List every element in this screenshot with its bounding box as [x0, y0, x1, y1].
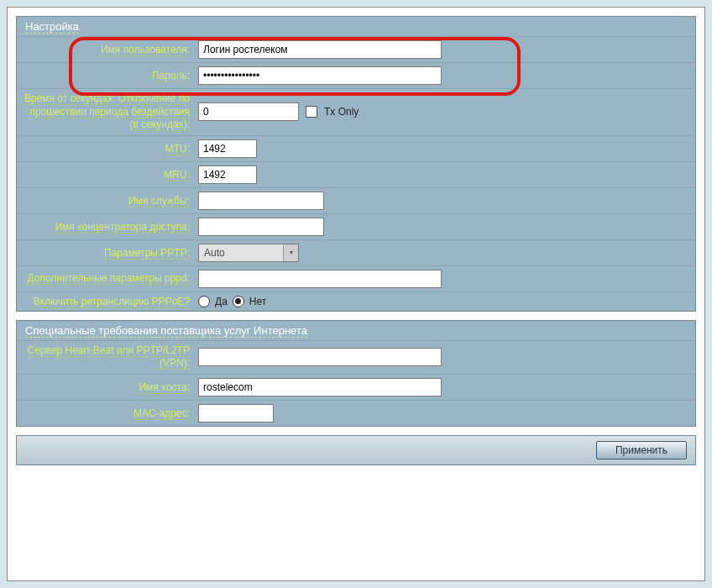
mac-input[interactable] — [198, 404, 274, 423]
relay-no-label: Нет — [249, 296, 266, 307]
txonly-checkbox[interactable] — [306, 106, 317, 118]
service-label: Имя службы: — [22, 195, 198, 207]
password-input[interactable] — [198, 66, 442, 85]
apply-button[interactable]: Применить — [596, 441, 687, 459]
username-input[interactable] — [198, 40, 442, 59]
row-pptp: Параметры PPTP: Auto ▾ — [17, 239, 695, 265]
row-mtu: MTU: — [17, 135, 695, 161]
row-mac: MAC-адрес: — [17, 400, 695, 426]
heartbeat-input[interactable] — [198, 348, 442, 366]
mru-label: MRU: — [22, 169, 198, 181]
relay-yes-label: Да — [215, 296, 228, 307]
relay-yes-radio[interactable] — [198, 296, 210, 307]
row-pppd: Дополнительные параметры pppd: — [17, 265, 695, 291]
idle-label: Время от секундах: Отключение по прошест… — [22, 92, 198, 132]
row-heartbeat: Сервер Heart-Beat или PPTP/L2TP (VPN): — [17, 340, 695, 374]
row-password: Пароль: — [17, 62, 695, 88]
service-input[interactable] — [198, 192, 324, 210]
heartbeat-label: Сервер Heart-Beat или PPTP/L2TP (VPN): — [22, 344, 198, 370]
row-hostname: Имя хоста: — [17, 374, 695, 400]
mtu-label: MTU: — [22, 143, 198, 155]
pptp-select[interactable]: Auto ▾ — [198, 244, 299, 262]
footer-bar: Применить — [16, 435, 696, 465]
account-settings-section: Настройка Имя пользователя: Пароль: Врем… — [16, 16, 696, 312]
relay-no-radio[interactable] — [233, 296, 244, 307]
password-label: Пароль: — [22, 70, 198, 81]
section-legend: Настройка — [17, 17, 695, 36]
idle-input[interactable] — [198, 102, 299, 121]
row-mru: MRU: — [17, 161, 695, 187]
mtu-input[interactable] — [198, 139, 257, 158]
pppd-input[interactable] — [198, 270, 442, 288]
pptp-label: Параметры PPTP: — [22, 247, 198, 259]
section2-legend: Специальные требования поставщика услуг … — [17, 321, 695, 340]
chevron-down-icon: ▾ — [283, 244, 298, 261]
mac-label: MAC-адрес: — [22, 407, 198, 419]
row-idle: Время от секундах: Отключение по прошест… — [17, 88, 695, 135]
ac-label: Имя концентратора доступа: — [22, 221, 198, 233]
row-username: Имя пользователя: — [17, 36, 695, 62]
isp-requirements-section: Специальные требования поставщика услуг … — [16, 320, 696, 427]
hostname-label: Имя хоста: — [22, 381, 198, 393]
relay-label: Включить ретрансляцию PPPoE? — [22, 296, 198, 307]
row-relay: Включить ретрансляцию PPPoE? Да Нет — [17, 291, 695, 311]
pptp-value: Auto — [199, 244, 283, 261]
pppd-label: Дополнительные параметры pppd: — [22, 272, 198, 286]
row-service: Имя службы: — [17, 187, 695, 213]
ac-input[interactable] — [198, 218, 324, 236]
row-ac: Имя концентратора доступа: — [17, 213, 695, 239]
hostname-input[interactable] — [198, 378, 442, 396]
txonly-label: Tx Only — [324, 106, 359, 118]
username-label: Имя пользователя: — [22, 44, 198, 55]
main-panel: Настройка Имя пользователя: Пароль: Врем… — [7, 7, 705, 581]
mru-input[interactable] — [198, 165, 257, 184]
